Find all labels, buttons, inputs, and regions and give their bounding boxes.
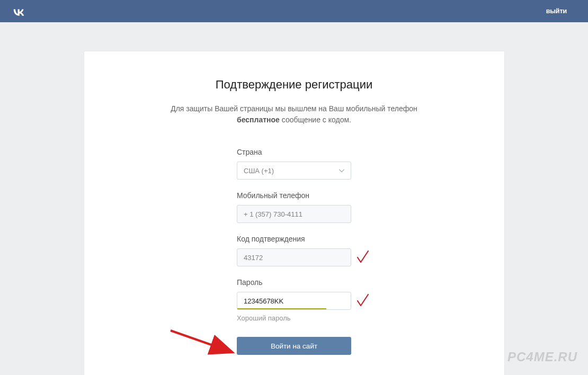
code-group: Код подтверждения [237, 235, 351, 266]
watermark: PC4ME.RU [507, 350, 577, 364]
registration-card: Подтверждение регистрации Для защиты Ваш… [84, 51, 505, 375]
country-select[interactable]: США (+1) [237, 162, 351, 180]
phone-label: Мобильный телефон [237, 191, 351, 200]
chevron-down-icon [338, 167, 345, 174]
phone-field[interactable] [237, 205, 351, 223]
vk-logo[interactable] [11, 6, 26, 16]
submit-button[interactable]: Войти на сайт [237, 337, 351, 355]
password-group: Пароль Хороший пароль [237, 278, 351, 322]
password-label: Пароль [237, 278, 351, 287]
phone-group: Мобильный телефон [237, 191, 351, 223]
logout-link[interactable]: выйти [546, 7, 567, 15]
password-field[interactable] [237, 292, 351, 310]
country-label: Страна [237, 148, 351, 156]
code-label: Код подтверждения [237, 235, 351, 243]
check-icon [355, 249, 370, 264]
code-field[interactable] [237, 248, 351, 266]
check-icon [355, 293, 370, 308]
header-bar: выйти [0, 0, 588, 22]
page-subtitle: Для защиты Вашей страницы мы вышлем на В… [156, 103, 432, 126]
country-selected-value: США (+1) [244, 167, 274, 175]
country-group: Страна США (+1) [237, 148, 351, 180]
page-title: Подтверждение регистрации [84, 78, 504, 92]
password-hint: Хороший пароль [237, 314, 351, 322]
